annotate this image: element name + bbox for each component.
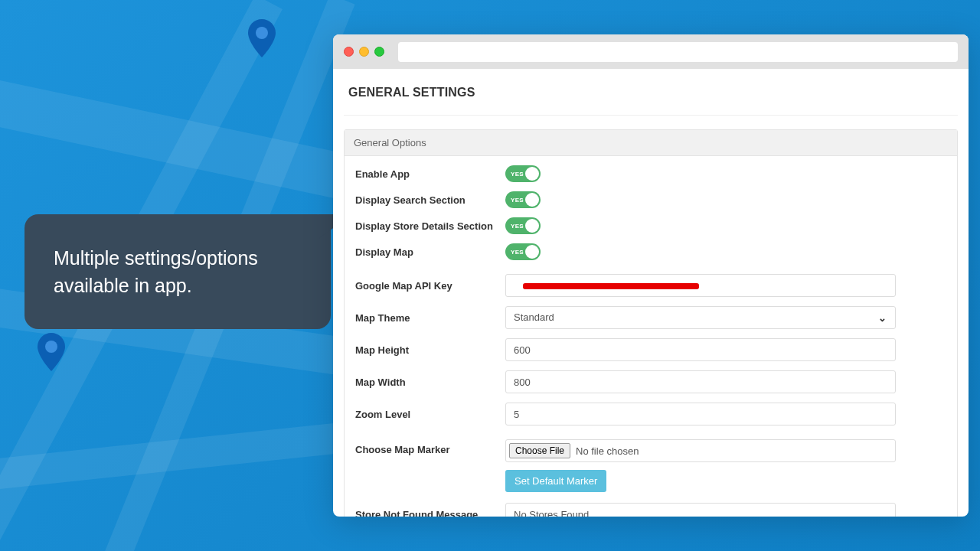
svg-point-1 (45, 341, 57, 353)
url-bar[interactable] (398, 42, 958, 62)
label-map-width: Map Width (355, 377, 505, 388)
toggle-yes-text: YES (511, 223, 524, 230)
toggle-knob (525, 193, 539, 207)
panel-header: General Options (345, 130, 957, 156)
toggle-yes-text: YES (511, 197, 524, 204)
select-map-theme[interactable]: Standard (505, 306, 896, 329)
row-enable-app: Enable App YES (355, 165, 946, 182)
file-input-marker[interactable]: Choose File No file chosen (505, 439, 896, 462)
toggle-display-store-details[interactable]: YES (505, 217, 541, 234)
control-map-width (505, 370, 896, 393)
minimize-icon[interactable] (359, 47, 369, 57)
label-not-found: Store Not Found Message (355, 509, 505, 517)
control-display-map: YES (505, 243, 743, 260)
control-map-theme: Standard ⌄ (505, 306, 896, 329)
svg-point-0 (256, 27, 268, 39)
control-map-marker: Choose File No file chosen Set Default M… (505, 439, 896, 492)
label-map-theme: Map Theme (355, 312, 505, 324)
traffic-lights (344, 47, 384, 57)
row-display-store-details: Display Store Details Section YES (355, 217, 946, 234)
toggle-knob (525, 219, 539, 233)
maximize-icon[interactable] (374, 47, 384, 57)
set-default-marker-button[interactable]: Set Default Marker (505, 470, 606, 492)
control-enable-app: YES (505, 165, 743, 182)
toggle-yes-text: YES (511, 171, 524, 178)
control-display-store-details: YES (505, 217, 743, 234)
browser-window: GENERAL SETTINGS General Options Enable … (333, 34, 969, 517)
page-content: GENERAL SETTINGS General Options Enable … (333, 69, 969, 517)
choose-file-button[interactable]: Choose File (509, 443, 570, 458)
control-map-height (505, 338, 896, 361)
toggle-knob (525, 167, 539, 181)
row-zoom-level: Zoom Level (355, 403, 946, 425)
toggle-knob (525, 245, 539, 259)
toggle-display-search[interactable]: YES (505, 191, 541, 208)
input-api-key[interactable] (505, 274, 896, 297)
label-enable-app: Enable App (355, 168, 505, 180)
callout-text: Multiple settings/options available in a… (54, 244, 302, 300)
file-status-text: No file chosen (576, 445, 639, 457)
toggle-yes-text: YES (511, 249, 524, 256)
label-map-marker: Choose Map Marker (355, 439, 505, 455)
general-options-panel: General Options Enable App YES Display S… (344, 129, 958, 517)
control-api-key (505, 274, 896, 297)
map-pin-icon (34, 333, 68, 377)
label-map-height: Map Height (355, 344, 505, 356)
map-pin-icon (245, 19, 279, 64)
input-map-height[interactable] (505, 338, 896, 361)
panel-body: Enable App YES Display Search Section YE… (345, 156, 957, 517)
toggle-display-map[interactable]: YES (505, 243, 541, 260)
control-zoom-level (505, 403, 896, 425)
row-map-width: Map Width (355, 370, 946, 393)
row-map-theme: Map Theme Standard ⌄ (355, 306, 946, 329)
toggle-enable-app[interactable]: YES (505, 165, 541, 182)
row-map-marker: Choose Map Marker Choose File No file ch… (355, 439, 946, 492)
row-api-key: Google Map API Key (355, 274, 946, 297)
close-icon[interactable] (344, 47, 354, 57)
row-display-search: Display Search Section YES (355, 191, 946, 208)
input-map-width[interactable] (505, 370, 896, 393)
browser-chrome (333, 34, 969, 69)
page-title: GENERAL SETTINGS (344, 86, 958, 116)
control-not-found (505, 503, 896, 517)
input-zoom-level[interactable] (505, 403, 896, 425)
row-not-found-message: Store Not Found Message (355, 503, 946, 517)
input-not-found[interactable] (505, 503, 896, 517)
control-display-search: YES (505, 191, 743, 208)
callout-tooltip: Multiple settings/options available in a… (24, 214, 331, 329)
label-display-store-details: Display Store Details Section (355, 220, 505, 232)
label-display-map: Display Map (355, 246, 505, 258)
label-display-search: Display Search Section (355, 194, 505, 206)
label-zoom-level: Zoom Level (355, 409, 505, 420)
label-api-key: Google Map API Key (355, 280, 505, 292)
row-map-height: Map Height (355, 338, 946, 361)
row-display-map: Display Map YES (355, 243, 946, 260)
